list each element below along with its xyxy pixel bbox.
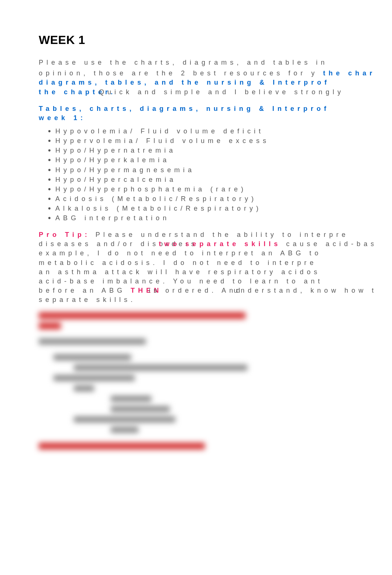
topics-header-line-1: Tables, charts, diagrams, nursing & Inte… (39, 104, 374, 113)
protip-text-7c: know how to in (310, 287, 374, 294)
protip-text-2pink: two separate skills (159, 240, 281, 248)
intro-line-2-gray: opinion, those are the 2 best resources … (39, 69, 318, 77)
list-item: Hypo/Hypercalcemia (55, 175, 374, 184)
protip-line-2: diseases and/or disorders two separate s… (39, 239, 374, 249)
list-item: Hypo/Hypermagnesemia (55, 165, 374, 175)
topics-bullet-list: Hypovolemia/ Fluid volume deficit Hyperv… (39, 126, 374, 223)
list-item: Hypervolemia/ Fluid volume excess (55, 136, 374, 146)
protip-line-7: before an ABG THEN is ordered. And under… (39, 286, 374, 295)
protip-line-4: metabolic acidosis. I do not need to int… (39, 258, 374, 268)
protip-line-8: separate skills. (39, 295, 374, 304)
protip-label: Pro Tip: (39, 231, 90, 238)
page-title: WEEK 1 (39, 33, 374, 47)
intro-line-3: diagrams, tables, and the nursing & Inte… (39, 78, 374, 87)
protip-line-3: example, I do not need to interpret an A… (39, 249, 374, 258)
protip-text-7b: is ordered. And (149, 287, 243, 294)
protip-text-7a: before an ABG (39, 287, 131, 294)
intro-line-2: opinion, those are the 2 best resources … (39, 69, 374, 78)
list-item: Alkalosis (Metabolic/Respiratory) (55, 204, 374, 213)
topics-header-line-2: week 1: (39, 113, 374, 123)
protip-text-2b: cause acid-base For i (286, 240, 374, 248)
blurred-preview-section (39, 312, 374, 450)
list-item: Hypo/Hyperkalemia (55, 155, 374, 165)
list-item: ABG interpretation (55, 213, 374, 223)
protip-line-6: acid-base imbalance. You need to learn t… (39, 277, 374, 286)
intro-line-4: the chapter. Quick and simple and I beli… (39, 88, 374, 97)
protip-line-5: an asthma attack will have respiratory a… (39, 268, 374, 277)
list-item: Hypovolemia/ Fluid volume deficit (55, 126, 374, 136)
list-item: Acidosis (Metabolic/Respiratory) (55, 194, 374, 204)
intro-line-4-gray: Quick and simple and I believe strongly (99, 88, 344, 96)
list-item: Hypo/Hyperphosphatemia (rare) (55, 184, 374, 194)
document-page: WEEK 1 Please use the charts, diagrams, … (0, 0, 392, 472)
intro-line-2-blue: the charts, (323, 69, 374, 77)
intro-line-1: Please use the charts, diagrams, and tab… (39, 58, 374, 67)
list-item: Hypo/Hypernatremia (55, 146, 374, 155)
protip-line-1: Pro Tip: Please understand the ability t… (39, 230, 374, 239)
protip-text-1: Please understand the ability to interpr… (96, 231, 349, 238)
protip-text-7ov: understand, (234, 287, 310, 294)
